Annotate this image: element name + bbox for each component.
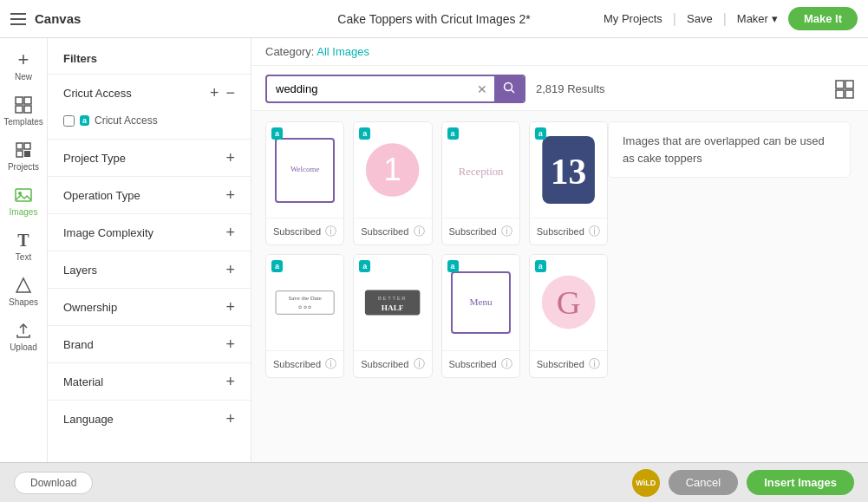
filter-label-language: Language <box>63 413 114 426</box>
filter-label-operation-type: Operation Type <box>63 189 140 202</box>
svg-rect-7 <box>24 151 30 157</box>
ownership-add-icon[interactable]: + <box>225 299 235 315</box>
card-info-8[interactable]: ⓘ <box>589 356 600 372</box>
svg-rect-0 <box>16 97 23 104</box>
card-info-4[interactable]: ⓘ <box>589 224 600 239</box>
svg-rect-23 <box>276 291 334 315</box>
bottom-bar: Download WiLD Cancel Insert Images <box>0 462 868 502</box>
filter-header-material[interactable]: Material + <box>48 363 251 400</box>
image-card-2[interactable]: a 1 Subscribed ⓘ <box>353 121 432 245</box>
search-button[interactable] <box>494 76 524 101</box>
card-info-1[interactable]: ⓘ <box>325 224 336 239</box>
svg-text:✿ ✿ ✿: ✿ ✿ ✿ <box>298 304 311 310</box>
image-complexity-add-icon[interactable]: + <box>225 225 235 240</box>
svg-rect-2 <box>16 106 23 113</box>
chevron-down-icon: ▾ <box>772 12 778 25</box>
cricut-access-checkbox-row[interactable]: a Cricut Access <box>63 111 235 130</box>
card-info-5[interactable]: ⓘ <box>325 356 336 372</box>
nav-divider2: | <box>723 11 727 27</box>
image-card-5[interactable]: a Save the Date ✿ ✿ ✿ Subscribed ⓘ <box>265 254 344 378</box>
cricut-access-add-icon[interactable]: + <box>210 85 219 101</box>
svg-rect-14 <box>845 81 853 88</box>
filter-label-brand: Brand <box>63 338 94 351</box>
svg-point-11 <box>505 83 512 91</box>
cricut-access-minus-icon[interactable]: − <box>225 85 235 101</box>
svg-text:HALF: HALF <box>382 303 404 312</box>
make-it-button[interactable]: Make It <box>788 7 858 30</box>
category-link[interactable]: All Images <box>317 45 369 58</box>
image-card-6[interactable]: a BETTER HALF Subscribed ⓘ <box>353 254 432 378</box>
hamburger-menu[interactable] <box>10 13 26 25</box>
filter-section-layers: Layers + <box>48 251 251 288</box>
filter-section-project-type: Project Type + <box>48 139 251 176</box>
cancel-button[interactable]: Cancel <box>669 470 738 495</box>
layers-add-icon[interactable]: + <box>225 262 235 277</box>
sidebar-item-upload[interactable]: Upload <box>0 314 47 359</box>
sidebar-item-label-text: Text <box>16 252 31 262</box>
svg-text:Save the Date: Save the Date <box>288 295 321 301</box>
download-button[interactable]: Download <box>14 472 93 494</box>
material-add-icon[interactable]: + <box>225 374 235 389</box>
image-card-3[interactable]: a Reception Subscribed ⓘ <box>441 121 520 245</box>
save-button[interactable]: Save <box>687 12 713 25</box>
card-info-6[interactable]: ⓘ <box>414 356 425 372</box>
card-footer-8: Subscribed ⓘ <box>530 350 607 377</box>
card-badge-2: a <box>359 127 370 140</box>
filter-header-image-complexity[interactable]: Image Complexity + <box>48 214 251 251</box>
card-info-3[interactable]: ⓘ <box>501 224 512 239</box>
my-projects-button[interactable]: My Projects <box>604 12 662 25</box>
card-label-1: Subscribed <box>273 226 321 237</box>
filter-header-language[interactable]: Language + <box>48 401 251 437</box>
app-logo: Canvas <box>35 11 81 26</box>
search-input[interactable] <box>267 77 470 101</box>
image-card-1[interactable]: a Welcome Subscribed ⓘ <box>265 121 344 245</box>
cricut-access-checkbox[interactable] <box>63 115 75 127</box>
filter-section-operation-type: Operation Type + <box>48 176 251 213</box>
card-label-6: Subscribed <box>361 359 408 369</box>
results-count: 2,819 Results <box>536 82 825 95</box>
sidebar-item-shapes[interactable]: Shapes <box>0 269 47 314</box>
operation-type-add-icon[interactable]: + <box>225 187 235 203</box>
card-info-2[interactable]: ⓘ <box>414 224 425 239</box>
card-label-2: Subscribed <box>361 226 408 237</box>
image-card-4[interactable]: a 13 Subscribed ⓘ <box>529 121 608 245</box>
insert-images-button[interactable]: Insert Images <box>747 470 854 495</box>
project-type-add-icon[interactable]: + <box>225 150 235 166</box>
sidebar-item-label-upload: Upload <box>10 342 37 352</box>
filter-label-project-type: Project Type <box>63 152 126 165</box>
filter-section-language: Language + <box>48 400 251 437</box>
filter-header-cricut-access[interactable]: Cricut Access + − <box>48 75 251 111</box>
filter-header-layers[interactable]: Layers + <box>48 251 251 288</box>
cricut-access-label: Cricut Access <box>95 114 158 127</box>
maker-dropdown[interactable]: Maker ▾ <box>737 12 778 25</box>
language-add-icon[interactable]: + <box>225 411 235 427</box>
card-info-7[interactable]: ⓘ <box>501 356 512 372</box>
nav-right: My Projects | Save | Maker ▾ Make It <box>604 7 858 30</box>
svg-rect-16 <box>845 90 853 98</box>
filter-header-project-type[interactable]: Project Type + <box>48 140 251 176</box>
svg-marker-10 <box>16 278 30 292</box>
filter-header-operation-type[interactable]: Operation Type + <box>48 177 251 213</box>
card-badge-4: a <box>535 127 546 140</box>
main-content: Category: All Images ✕ 2,819 Results Ima… <box>251 38 868 462</box>
sidebar-item-new[interactable]: + New <box>0 43 47 88</box>
brand-add-icon[interactable]: + <box>225 336 235 352</box>
filter-header-brand[interactable]: Brand + <box>48 326 251 362</box>
search-clear-icon[interactable]: ✕ <box>470 82 494 96</box>
sidebar-item-projects[interactable]: Projects <box>0 134 47 179</box>
main-layout: + New Templates Projects Images T Text <box>0 38 868 462</box>
sidebar-item-images[interactable]: Images <box>0 179 47 224</box>
sidebar-item-label-templates: Templates <box>3 117 43 127</box>
image-card-8[interactable]: a G Subscribed ⓘ <box>529 254 608 378</box>
image-card-7[interactable]: a Menu Subscribed ⓘ <box>441 254 520 378</box>
card-footer-3: Subscribed ⓘ <box>442 218 519 244</box>
card-badge-6: a <box>359 260 370 272</box>
filter-header-ownership[interactable]: Ownership + <box>48 289 251 325</box>
card-label-7: Subscribed <box>449 359 497 369</box>
images-grid: a Welcome Subscribed ⓘ <box>265 121 608 378</box>
cricut-badge: a <box>80 115 89 126</box>
sidebar-item-text[interactable]: T Text <box>0 224 47 269</box>
sidebar-item-templates[interactable]: Templates <box>0 88 47 134</box>
grid-toggle[interactable] <box>835 80 854 99</box>
card-footer-7: Subscribed ⓘ <box>442 350 519 377</box>
